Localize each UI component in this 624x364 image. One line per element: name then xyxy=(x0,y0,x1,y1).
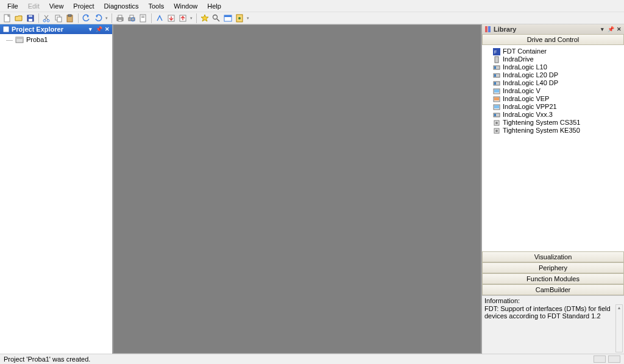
panel-pin-button[interactable]: 📌 xyxy=(95,26,102,33)
library-item[interactable]: IndraDrive xyxy=(484,55,622,63)
undo-icon[interactable] xyxy=(82,13,91,23)
library-item[interactable]: FFDT Container xyxy=(484,47,622,55)
svg-rect-38 xyxy=(494,74,496,77)
print-icon[interactable] xyxy=(115,13,125,23)
menu-edit[interactable]: Edit xyxy=(23,1,44,11)
panel-close-button[interactable]: ✕ xyxy=(615,26,623,33)
library-item-label: IndraDrive xyxy=(503,55,534,63)
panel-close-button[interactable]: ✕ xyxy=(104,26,111,33)
svg-rect-24 xyxy=(224,15,232,17)
project-explorer-panel: Project Explorer ▾ 📌 ✕ — Proba1 xyxy=(0,24,113,354)
logic-icon xyxy=(493,64,500,71)
library-item[interactable]: Tightening System KE350 xyxy=(484,127,622,135)
library-item[interactable]: IndraLogic L20 DP xyxy=(484,71,622,79)
upload-icon[interactable] xyxy=(178,13,188,23)
open-icon[interactable] xyxy=(14,13,24,23)
library-item-label: IndraLogic V xyxy=(503,87,541,95)
panel-title: Project Explorer xyxy=(12,26,63,33)
tree-item-project[interactable]: — Proba1 xyxy=(1,35,111,44)
library-item-label: IndraLogic L10 xyxy=(503,63,547,71)
library-item-label: IndraLogic L20 DP xyxy=(503,71,558,79)
menu-bar: File Edit View Project Diagnostics Tools… xyxy=(0,0,624,12)
category-periphery[interactable]: Periphery xyxy=(482,262,624,273)
toolbar-separator xyxy=(196,13,197,23)
toolbar-separator xyxy=(112,13,112,23)
search-icon[interactable] xyxy=(211,13,221,23)
status-bar: Project 'Proba1' was created. xyxy=(0,354,624,364)
library-item[interactable]: IndraLogic VEP xyxy=(484,95,622,103)
svg-rect-46 xyxy=(494,105,499,108)
category-cambuilder[interactable]: CamBuilder xyxy=(482,284,624,295)
scrollbar[interactable]: ▴ xyxy=(615,304,623,352)
library-item[interactable]: IndraLogic V xyxy=(484,87,622,95)
logic-v-icon xyxy=(493,88,500,95)
toolbar-dropdown[interactable]: ▾ xyxy=(246,13,250,23)
svg-rect-48 xyxy=(494,114,496,116)
svg-rect-30 xyxy=(485,26,488,32)
report-icon[interactable] xyxy=(235,13,244,23)
svg-rect-44 xyxy=(494,97,499,100)
redo-icon[interactable] xyxy=(93,13,103,23)
svg-rect-16 xyxy=(140,15,146,22)
calendar-icon[interactable] xyxy=(223,13,233,23)
project-icon xyxy=(15,36,24,43)
copy-icon[interactable] xyxy=(54,13,63,23)
panel-pin-button[interactable]: 📌 xyxy=(607,26,614,33)
toolbar-separator xyxy=(151,13,152,23)
library-tree: FFDT Container IndraDrive IndraLogic L10… xyxy=(482,45,624,251)
svg-point-21 xyxy=(213,15,218,19)
library-item-label: IndraLogic VEP xyxy=(503,95,549,103)
status-message: Project 'Proba1' was created. xyxy=(4,355,90,363)
go-online-icon[interactable] xyxy=(155,13,165,23)
menu-diagnostics[interactable]: Diagnostics xyxy=(99,1,144,11)
statusbar-indicator xyxy=(608,355,620,363)
category-visualization[interactable]: Visualization xyxy=(482,251,624,262)
project-explorer-tree: — Proba1 xyxy=(0,34,112,354)
svg-rect-14 xyxy=(130,15,133,18)
cut-icon[interactable] xyxy=(42,13,52,23)
paste-icon[interactable] xyxy=(65,13,75,23)
project-explorer-header: Project Explorer ▾ 📌 ✕ xyxy=(0,24,112,34)
svg-rect-27 xyxy=(3,26,9,32)
download-icon[interactable] xyxy=(166,13,176,23)
svg-line-22 xyxy=(217,19,219,21)
library-item[interactable]: IndraLogic L40 DP xyxy=(484,79,622,87)
svg-rect-9 xyxy=(68,15,71,16)
svg-rect-2 xyxy=(29,19,32,21)
library-information-box: Information: FDT: Support of interfaces … xyxy=(482,295,624,354)
panel-icon xyxy=(2,26,10,33)
favorites-icon[interactable] xyxy=(200,13,210,23)
page-setup-icon[interactable] xyxy=(138,13,148,23)
library-item-label: IndraLogic L40 DP xyxy=(503,79,558,87)
library-item[interactable]: IndraLogic L10 xyxy=(484,63,622,71)
new-file-icon[interactable] xyxy=(2,13,12,23)
logic-icon xyxy=(493,111,500,119)
library-item[interactable]: IndraLogic Vxx.3 xyxy=(484,111,622,119)
project-label: Proba1 xyxy=(26,36,48,43)
library-item[interactable]: IndraLogic VPP21 xyxy=(484,103,622,111)
panel-dropdown-button[interactable]: ▾ xyxy=(598,26,606,33)
svg-rect-7 xyxy=(57,17,62,22)
tightening-icon xyxy=(493,127,500,135)
panel-dropdown-button[interactable]: ▾ xyxy=(87,26,94,33)
svg-rect-36 xyxy=(494,66,496,69)
category-function-modules[interactable]: Function Modules xyxy=(482,273,624,284)
toolbar-dropdown[interactable]: ▾ xyxy=(190,13,193,23)
library-item[interactable]: Tightening System CS351 xyxy=(484,119,622,127)
menu-window[interactable]: Window xyxy=(169,1,202,11)
menu-help[interactable]: Help xyxy=(202,1,226,11)
menu-tools[interactable]: Tools xyxy=(143,1,169,11)
category-drive-and-control[interactable]: Drive and Control xyxy=(482,34,624,45)
svg-rect-29 xyxy=(16,37,23,39)
logic-icon xyxy=(493,80,500,87)
save-icon[interactable] xyxy=(26,13,35,23)
print-preview-icon[interactable] xyxy=(127,13,136,23)
menu-view[interactable]: View xyxy=(44,1,69,11)
mdi-client-area xyxy=(113,24,481,354)
menu-project[interactable]: Project xyxy=(68,1,99,11)
library-header: Library ▾ 📌 ✕ xyxy=(482,24,624,34)
menu-file[interactable]: File xyxy=(2,1,23,11)
logic-icon xyxy=(493,72,500,79)
toolbar-dropdown[interactable]: ▾ xyxy=(105,13,108,23)
fdt-icon: F xyxy=(493,48,500,55)
